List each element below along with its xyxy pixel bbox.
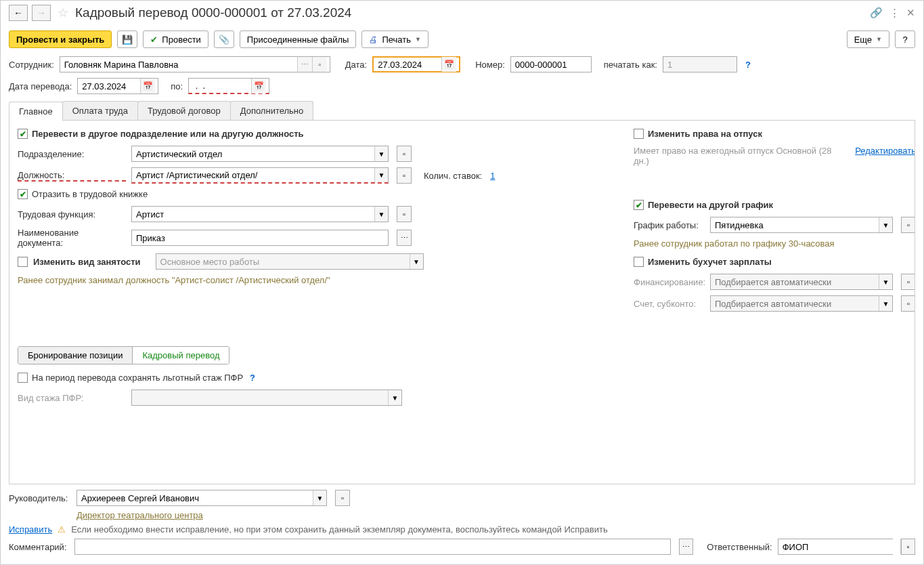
close-icon[interactable]: ✕ bbox=[906, 7, 915, 19]
forward-button[interactable]: → bbox=[32, 5, 51, 21]
position-open-button[interactable]: ▫ bbox=[397, 167, 412, 184]
pfr-checkbox[interactable] bbox=[18, 373, 28, 383]
financing-dropdown-button[interactable]: ▼ bbox=[879, 274, 892, 289]
date-input[interactable] bbox=[374, 57, 441, 72]
accounting-checkbox[interactable] bbox=[634, 257, 644, 267]
transfer-toggle-button[interactable]: Кадровый перевод bbox=[133, 347, 229, 364]
print-button[interactable]: 🖨Печать▼ bbox=[361, 30, 428, 48]
function-input[interactable] bbox=[132, 207, 374, 222]
rates-link[interactable]: 1 bbox=[490, 171, 495, 181]
menu-icon[interactable]: ⋮ bbox=[889, 7, 900, 19]
print-as-input[interactable] bbox=[663, 57, 734, 72]
help-icon[interactable]: ? bbox=[745, 60, 751, 70]
post-close-button[interactable]: Провести и закрыть bbox=[9, 30, 112, 48]
schedule-field[interactable]: ▼ bbox=[710, 217, 893, 233]
account-field[interactable]: ▼ bbox=[710, 295, 893, 312]
booking-toggle-button[interactable]: Бронирование позиции bbox=[18, 347, 133, 364]
schedule-open-button[interactable]: ▫ bbox=[901, 217, 915, 233]
account-input[interactable] bbox=[711, 296, 879, 311]
fix-link[interactable]: Исправить bbox=[9, 524, 52, 535]
to-date-calendar-button[interactable]: 📅 bbox=[251, 79, 266, 93]
pfr-help-icon[interactable]: ? bbox=[250, 373, 255, 383]
department-dropdown-button[interactable]: ▼ bbox=[374, 146, 388, 161]
employee-input[interactable] bbox=[60, 57, 297, 72]
tab-contract[interactable]: Трудовой договор bbox=[137, 101, 231, 120]
employment-field[interactable]: ▼ bbox=[156, 253, 424, 270]
comment-field[interactable] bbox=[74, 539, 671, 555]
account-open-button[interactable]: ▫ bbox=[901, 295, 915, 312]
vacation-checkbox[interactable] bbox=[634, 129, 644, 139]
doc-name-field[interactable] bbox=[131, 230, 389, 246]
financing-open-button[interactable]: ▫ bbox=[901, 274, 915, 290]
number-input[interactable] bbox=[511, 57, 589, 72]
employee-select-button[interactable]: ⋯ bbox=[297, 57, 312, 72]
to-date-field[interactable]: 📅 bbox=[188, 78, 269, 94]
department-input[interactable] bbox=[132, 146, 374, 161]
date-calendar-button[interactable]: 📅 bbox=[441, 57, 456, 72]
responsible-label: Ответственный: bbox=[707, 542, 772, 552]
help-button[interactable]: ? bbox=[895, 30, 915, 48]
employee-open-button[interactable]: ▫ bbox=[312, 57, 327, 72]
tab-additional[interactable]: Дополнительно bbox=[230, 101, 314, 120]
schedule-checkbox-label: Перевести на другой график bbox=[648, 200, 773, 210]
manager-dropdown-button[interactable]: ▼ bbox=[313, 490, 326, 505]
comment-input[interactable] bbox=[75, 539, 670, 554]
function-dropdown-button[interactable]: ▼ bbox=[374, 207, 388, 222]
to-date-input[interactable] bbox=[189, 79, 251, 93]
favorite-icon[interactable]: ☆ bbox=[58, 5, 68, 20]
save-button[interactable]: 💾 bbox=[117, 30, 137, 48]
schedule-input[interactable] bbox=[711, 217, 879, 232]
link-icon[interactable]: 🔗 bbox=[870, 7, 883, 19]
manager-input[interactable] bbox=[77, 490, 313, 505]
transfer-date-calendar-button[interactable]: 📅 bbox=[140, 79, 155, 93]
doc-name-select-button[interactable]: ⋯ bbox=[397, 230, 412, 246]
schedule-dropdown-button[interactable]: ▼ bbox=[879, 217, 892, 232]
comment-select-button[interactable]: ⋯ bbox=[679, 539, 693, 555]
employment-input[interactable] bbox=[156, 254, 410, 269]
position-dropdown-button[interactable]: ▼ bbox=[374, 168, 388, 182]
attached-files-button[interactable]: Присоединенные файлы bbox=[240, 30, 357, 48]
department-open-button[interactable]: ▫ bbox=[397, 146, 412, 162]
to-label: по: bbox=[171, 81, 183, 91]
position-input[interactable] bbox=[132, 168, 374, 182]
tab-main[interactable]: Главное bbox=[9, 102, 63, 121]
attach-button[interactable]: 📎 bbox=[214, 30, 234, 48]
function-field[interactable]: ▼ bbox=[131, 206, 389, 222]
workbook-checkbox[interactable] bbox=[18, 189, 28, 199]
manager-position-link[interactable]: Директор театрального центра bbox=[76, 510, 203, 520]
tab-payment[interactable]: Оплата труда bbox=[62, 101, 138, 120]
date-field[interactable]: 📅 bbox=[372, 56, 460, 72]
pfr-type-label: Вид стажа ПФР: bbox=[18, 393, 126, 403]
workbook-checkbox-label: Отразить в трудовой книжке bbox=[32, 189, 148, 199]
number-field[interactable] bbox=[510, 56, 592, 72]
account-dropdown-button[interactable]: ▼ bbox=[879, 296, 892, 311]
account-label: Счет, субконто: bbox=[634, 299, 705, 309]
employee-field[interactable]: ⋯ ▫ bbox=[60, 56, 330, 72]
pfr-type-input[interactable] bbox=[132, 390, 388, 405]
post-button[interactable]: ✔Провести bbox=[143, 30, 208, 48]
print-as-field[interactable] bbox=[663, 56, 737, 72]
pfr-type-field[interactable]: ▼ bbox=[131, 390, 402, 406]
position-field[interactable]: ▼ bbox=[131, 167, 389, 184]
number-label: Номер: bbox=[475, 60, 505, 70]
transfer-date-input[interactable] bbox=[78, 79, 140, 93]
pfr-type-dropdown-button[interactable]: ▼ bbox=[388, 390, 401, 405]
employment-checkbox[interactable] bbox=[18, 257, 28, 267]
schedule-checkbox[interactable] bbox=[634, 200, 644, 210]
back-button[interactable]: ← bbox=[9, 5, 28, 21]
responsible-input[interactable] bbox=[778, 539, 900, 554]
financing-input[interactable] bbox=[711, 274, 879, 289]
responsible-open-button[interactable]: ▫ bbox=[901, 539, 915, 555]
department-field[interactable]: ▼ bbox=[131, 146, 389, 162]
transfer-checkbox[interactable] bbox=[18, 129, 28, 139]
transfer-date-field[interactable]: 📅 bbox=[77, 78, 158, 94]
manager-open-button[interactable]: ▫ bbox=[335, 490, 350, 506]
employment-dropdown-button[interactable]: ▼ bbox=[410, 254, 423, 269]
doc-name-input[interactable] bbox=[132, 230, 388, 245]
edit-vacation-link[interactable]: Редактировать bbox=[855, 146, 915, 156]
function-open-button[interactable]: ▫ bbox=[397, 206, 412, 222]
responsible-field[interactable]: ▼ bbox=[778, 539, 893, 555]
more-button[interactable]: Еще▼ bbox=[847, 30, 889, 48]
financing-field[interactable]: ▼ bbox=[710, 274, 893, 290]
manager-field[interactable]: ▼ bbox=[76, 490, 327, 506]
